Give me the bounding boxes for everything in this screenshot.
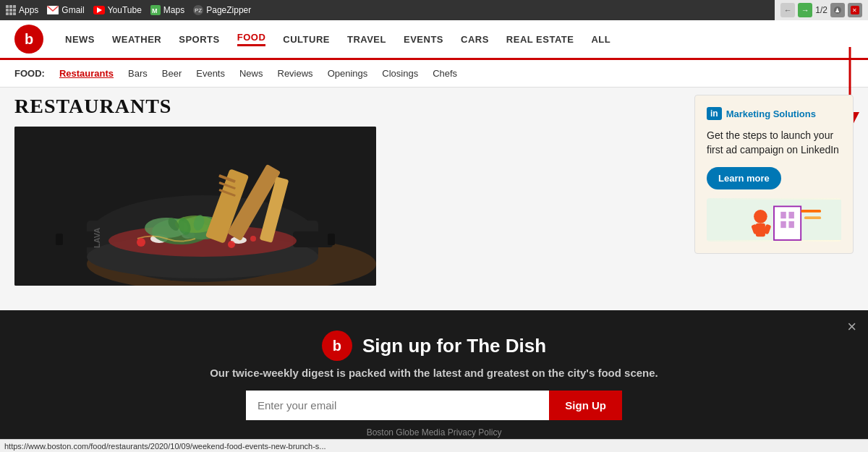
nav-events[interactable]: EVENTS	[404, 34, 443, 45]
subnav-bars[interactable]: Bars	[122, 65, 153, 82]
signup-header: b Sign up for The Dish	[322, 331, 546, 361]
svg-point-42	[250, 236, 256, 242]
status-url: https://www.boston.com/food/restaurants/…	[4, 442, 326, 451]
apps-launcher[interactable]: Apps	[6, 5, 38, 15]
gmail-link[interactable]: Gmail	[47, 5, 84, 15]
svg-rect-20	[328, 234, 335, 245]
ad-illustration	[707, 198, 841, 242]
nav-weather[interactable]: WEATHER	[112, 34, 161, 45]
svg-rect-54	[804, 217, 821, 220]
svg-rect-48	[788, 221, 793, 228]
signup-button[interactable]: Sign Up	[549, 391, 622, 420]
content-area: RESTAURANTS LAVA	[0, 95, 868, 286]
sidebar: in Marketing Solutions Get the steps to …	[694, 95, 854, 286]
nav-sports[interactable]: SPORTS	[179, 34, 219, 45]
site-header: b NEWS WEATHER SPORTS FOOD CULTURE TRAVE…	[0, 20, 868, 60]
status-bar: https://www.boston.com/food/restaurants/…	[0, 439, 868, 452]
maps-icon: M	[150, 5, 161, 15]
svg-rect-19	[293, 231, 333, 247]
gmail-icon	[47, 6, 59, 14]
linkedin-logo: in Marketing Solutions	[707, 107, 841, 120]
svg-text:♟: ♟	[835, 7, 840, 14]
subnav-restaurants[interactable]: Restaurants	[54, 65, 119, 82]
nav-culture[interactable]: CULTURE	[283, 34, 330, 45]
svg-rect-53	[801, 210, 821, 213]
signup-logo: b	[322, 331, 352, 361]
main-content: RESTAURANTS LAVA	[14, 95, 680, 286]
youtube-label: YouTube	[108, 5, 142, 15]
extension-icon-2[interactable]: ✕	[848, 3, 862, 17]
subnav-closings[interactable]: Closings	[376, 65, 424, 82]
signup-overlay: × b Sign up for The Dish Our twice-weekl…	[0, 310, 868, 452]
maps-label: Maps	[163, 5, 184, 15]
linkedin-ad: in Marketing Solutions Get the steps to …	[694, 95, 854, 254]
extension-icon-1[interactable]: ♟	[830, 3, 845, 17]
email-input[interactable]	[246, 391, 549, 420]
svg-text:✕: ✕	[852, 7, 857, 14]
privacy-policy-link[interactable]: Boston Globe Media Privacy Policy	[367, 427, 502, 438]
svg-point-49	[754, 210, 767, 223]
subnav-news[interactable]: News	[234, 65, 269, 82]
subnav-label: FOOD:	[14, 68, 45, 79]
svg-rect-46	[788, 212, 793, 218]
subnav-beer[interactable]: Beer	[156, 65, 187, 82]
nav-cars[interactable]: CARS	[461, 34, 489, 45]
apps-grid-icon	[6, 5, 16, 15]
pagezipperlink[interactable]: PZ PageZipper	[193, 5, 251, 15]
page-count: 1/2	[815, 5, 827, 15]
nav-travel[interactable]: TRAVEL	[347, 34, 386, 45]
svg-rect-45	[780, 212, 786, 218]
nav-news[interactable]: NEWS	[65, 34, 95, 45]
nav-all[interactable]: ALL	[591, 34, 610, 45]
svg-rect-18	[56, 234, 63, 245]
svg-text:M: M	[152, 7, 158, 14]
forward-button[interactable]: →	[798, 3, 812, 17]
food-image: LAVA	[14, 127, 376, 286]
subnav-events[interactable]: Events	[190, 65, 231, 82]
learn-more-button[interactable]: Learn more	[707, 167, 781, 189]
pagezipper-label: PageZipper	[206, 5, 251, 15]
subnav-reviews[interactable]: Reviews	[272, 65, 319, 82]
svg-point-40	[137, 238, 145, 247]
svg-text:LAVA: LAVA	[93, 228, 101, 248]
page-title: RESTAURANTS	[14, 95, 680, 118]
pagezippericon: PZ	[193, 5, 203, 15]
signup-title: Sign up for The Dish	[362, 335, 546, 357]
svg-rect-47	[780, 221, 786, 228]
youtube-icon	[93, 6, 105, 14]
ad-body-text: Get the steps to launch your first ad ca…	[707, 129, 841, 157]
linkedin-badge: in	[707, 107, 722, 120]
nav-realestate[interactable]: REAL ESTATE	[506, 34, 574, 45]
sub-navigation: FOOD: Restaurants Bars Beer Events News …	[0, 60, 868, 88]
site-logo[interactable]: b	[14, 25, 43, 54]
youtube-link[interactable]: YouTube	[93, 5, 142, 15]
svg-rect-17	[58, 231, 98, 247]
browser-toolbar: Apps Gmail YouTube M Maps PZ PageZipper …	[0, 0, 868, 20]
nav-food[interactable]: FOOD	[237, 32, 266, 46]
svg-rect-44	[774, 207, 801, 241]
apps-label: Apps	[19, 5, 38, 15]
maps-link[interactable]: M Maps	[150, 5, 184, 15]
svg-point-41	[228, 241, 235, 248]
svg-text:PZ: PZ	[195, 7, 202, 14]
gmail-label: Gmail	[61, 5, 84, 15]
subnav-chefs[interactable]: Chefs	[427, 65, 463, 82]
signup-form: Sign Up	[246, 391, 622, 420]
signup-description: Our twice-weekly digest is packed with t…	[210, 367, 658, 379]
close-button[interactable]: ×	[847, 319, 856, 335]
subnav-openings[interactable]: Openings	[322, 65, 374, 82]
back-button[interactable]: ←	[780, 3, 795, 17]
linkedin-brand: Marketing Solutions	[726, 108, 816, 119]
main-navigation: NEWS WEATHER SPORTS FOOD CULTURE TRAVEL …	[65, 32, 854, 46]
